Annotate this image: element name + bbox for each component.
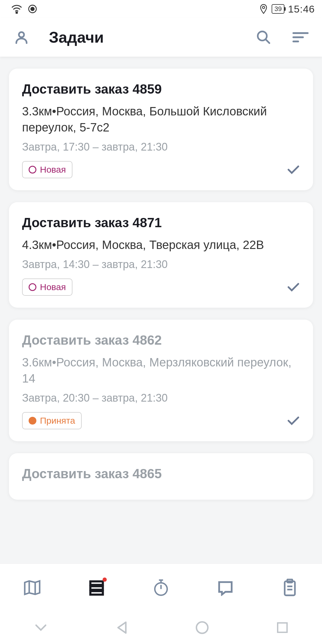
task-card[interactable]: Доставить заказ 4859 3.3км•Россия, Москв…: [9, 69, 313, 190]
system-nav: [0, 611, 322, 644]
svg-rect-12: [90, 581, 103, 585]
badge-label: Новая: [40, 165, 66, 175]
check-icon[interactable]: [287, 415, 300, 426]
svg-point-23: [196, 622, 208, 633]
task-card[interactable]: Доставить заказ 4862 3.6км•Россия, Москв…: [9, 320, 313, 441]
svg-line-6: [266, 39, 270, 43]
status-badge: Принята: [22, 412, 82, 429]
clock: 15:46: [288, 3, 315, 15]
badge-label: Принята: [40, 416, 75, 426]
svg-rect-14: [90, 591, 103, 595]
svg-point-2: [31, 7, 34, 10]
profile-button[interactable]: [12, 28, 31, 47]
svg-rect-19: [285, 581, 295, 595]
nav-timer[interactable]: [149, 576, 173, 600]
nav-chat[interactable]: [213, 576, 237, 600]
badge-dot-icon: [29, 283, 36, 291]
status-badge: Новая: [22, 278, 72, 296]
badge-label: Новая: [40, 282, 66, 292]
card-footer: Принята: [22, 412, 300, 429]
task-title: Доставить заказ 4862: [22, 333, 300, 348]
battery-indicator: 39: [272, 4, 284, 14]
svg-rect-13: [90, 586, 103, 590]
svg-rect-24: [278, 623, 287, 632]
status-left: [11, 4, 38, 14]
task-time: Завтра, 17:30 – завтра, 21:30: [22, 141, 300, 153]
badge-dot-icon: [29, 417, 36, 425]
app-header: Задачи: [0, 18, 322, 57]
nav-map[interactable]: [20, 576, 44, 600]
task-address: 4.3км•Россия, Москва, Тверская улица, 22…: [22, 237, 300, 253]
sys-recent-icon[interactable]: [276, 621, 289, 634]
location-icon: [259, 4, 268, 14]
task-title: Доставить заказ 4859: [22, 82, 300, 97]
task-list: Доставить заказ 4859 3.3км•Россия, Москв…: [0, 57, 322, 564]
task-title: Доставить заказ 4871: [22, 215, 300, 230]
target-icon: [27, 4, 38, 14]
badge-dot-icon: [29, 166, 36, 174]
task-title: Доставить заказ 4865: [22, 466, 300, 481]
sys-back-icon[interactable]: [115, 620, 128, 635]
svg-point-15: [155, 583, 167, 595]
status-right: 39 15:46: [259, 3, 315, 15]
check-icon[interactable]: [287, 164, 300, 175]
nav-badge-dot: [103, 578, 107, 582]
page-title: Задачи: [49, 28, 242, 46]
card-footer: Новая: [22, 278, 300, 296]
filter-button[interactable]: [291, 28, 310, 47]
sys-down-icon[interactable]: [34, 623, 48, 632]
svg-point-0: [16, 12, 18, 13]
nav-clipboard[interactable]: [278, 576, 302, 600]
task-time: Завтра, 14:30 – завтра, 21:30: [22, 258, 300, 271]
search-button[interactable]: [254, 28, 273, 47]
battery-level: 39: [274, 5, 281, 13]
wifi-icon: [11, 4, 23, 14]
nav-tasks[interactable]: [85, 576, 109, 600]
sys-home-icon[interactable]: [195, 621, 209, 634]
status-bar: 39 15:46: [0, 0, 322, 18]
svg-point-3: [263, 6, 265, 9]
task-time: Завтра, 20:30 – завтра, 21:30: [22, 392, 300, 404]
card-footer: Новая: [22, 161, 300, 178]
svg-point-4: [19, 32, 24, 37]
task-address: 3.3км•Россия, Москва, Большой Кисловский…: [22, 103, 300, 135]
task-address: 3.6км•Россия, Москва, Мерзляковский пере…: [22, 354, 300, 386]
check-icon[interactable]: [287, 282, 300, 292]
status-badge: Новая: [22, 161, 72, 178]
task-card[interactable]: Доставить заказ 4865: [9, 453, 313, 500]
bottom-nav: [0, 564, 322, 611]
task-card[interactable]: Доставить заказ 4871 4.3км•Россия, Москв…: [9, 202, 313, 308]
